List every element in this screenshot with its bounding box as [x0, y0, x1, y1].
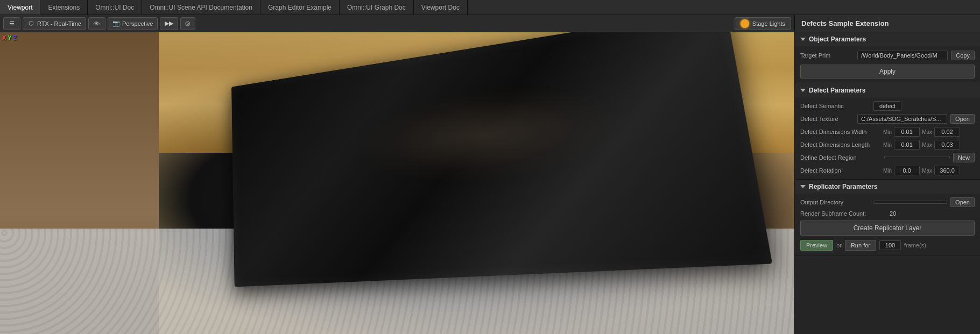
collapse-icon: [800, 38, 806, 41]
rotation-min-label: Min: [883, 168, 892, 174]
visibility-button[interactable]: 👁: [88, 17, 105, 30]
defect-texture-label: Defect Texture: [800, 116, 854, 122]
define-defect-region-row: Define Defect Region New: [795, 151, 980, 164]
defect-region-label: Define Defect Region: [800, 154, 881, 161]
render-subframe-row: Render Subframe Count: 20: [795, 209, 980, 218]
main-content: ☰ ⬡ RTX - Real-Time 👁 📷 Perspective ▶▶: [0, 15, 980, 334]
forward-icon: ▶▶: [165, 20, 173, 27]
render-subframe-label: Render Subframe Count:: [800, 210, 886, 217]
object-params-header[interactable]: Object Parameters: [795, 32, 980, 46]
dim-length-min-input[interactable]: 0.01: [894, 140, 920, 150]
tab-omni-scene-api[interactable]: Omni::UI Scene API Documentation: [142, 0, 260, 15]
run-for-button[interactable]: Run for: [845, 240, 876, 251]
object-parameters-section: Object Parameters Target Prim /World/Bod…: [795, 32, 980, 83]
tab-extensions[interactable]: Extensions: [40, 0, 88, 15]
car-reflection: [357, 73, 625, 192]
or-label: or: [836, 242, 842, 248]
dim-width-min-label: Min: [883, 129, 892, 135]
rotation-min-input[interactable]: 0.0: [894, 166, 920, 175]
eye-icon: 👁: [93, 20, 101, 27]
defect-semantic-value[interactable]: defect: [873, 101, 901, 111]
dim-width-max-input[interactable]: 0.02: [934, 127, 960, 137]
axis-label: X: [2, 34, 6, 41]
axis-coords: X Y Z: [2, 34, 17, 41]
settings-icon: ☰: [8, 20, 16, 27]
frames-label: frame(s): [904, 242, 926, 248]
defect-parameters-section: Defect Parameters Defect Semantic defect…: [795, 83, 980, 180]
texture-open-button[interactable]: Open: [950, 114, 975, 124]
axis-label-z: Z: [13, 34, 17, 41]
rotation-max-input[interactable]: 360.0: [934, 166, 960, 175]
rtx-icon: ⬡: [27, 20, 35, 27]
create-replicator-button[interactable]: Create Replicator Layer: [800, 221, 975, 236]
stage-lights-button[interactable]: Stage Lights: [735, 17, 791, 30]
camera-icon: 📷: [112, 20, 120, 27]
collapse-icon: [800, 89, 806, 92]
frames-input[interactable]: [879, 240, 901, 250]
right-panel: Defects Sample Extension Object Paramete…: [794, 15, 980, 334]
defect-dimensions-width-row: Defect Dimensions Width Min 0.01 Max 0.0…: [795, 125, 980, 138]
viewport-toolbar: ☰ ⬡ RTX - Real-Time 👁 📷 Perspective ▶▶: [0, 15, 794, 32]
preview-button[interactable]: Preview: [800, 240, 833, 251]
defect-rotation-label: Defect Rotation: [800, 167, 881, 174]
tab-bar: Viewport Extensions Omni::UI Doc Omni::U…: [0, 0, 980, 15]
dim-width-min-input[interactable]: 0.01: [894, 127, 920, 137]
tab-graph-editor[interactable]: Graph Editor Example: [260, 0, 340, 15]
rtx-realtime-button[interactable]: ⬡ RTX - Real-Time: [23, 17, 86, 30]
dim-width-max-label: Max: [922, 129, 932, 135]
output-directory-row: Output Directory Open: [795, 196, 980, 209]
record-button[interactable]: ◎: [180, 17, 195, 30]
defect-semantic-row: Defect Semantic defect: [795, 100, 980, 112]
target-prim-row: Target Prim /World/Body_Panels/Good/M Co…: [795, 48, 980, 62]
record-icon: ◎: [185, 20, 191, 27]
output-dir-label: Output Directory: [800, 199, 870, 205]
replicator-params-header[interactable]: Replicator Parameters: [795, 180, 980, 194]
defect-params-body: Defect Semantic defect Defect Texture C:…: [795, 97, 980, 179]
apply-container: Apply: [795, 62, 980, 81]
defect-semantic-label: Defect Semantic: [800, 103, 870, 109]
target-prim-value[interactable]: /World/Body_Panels/Good/M: [857, 51, 948, 60]
dim-length-label: Defect Dimensions Length: [800, 141, 881, 148]
region-new-button[interactable]: New: [953, 153, 975, 162]
perspective-button[interactable]: 📷 Perspective: [108, 17, 158, 30]
dim-width-label: Defect Dimensions Width: [800, 129, 881, 135]
viewport-background: X Y Z: [0, 32, 794, 334]
defect-texture-path[interactable]: C:/Assets/SDG_Scratches/S...: [857, 114, 947, 124]
defect-params-header[interactable]: Defect Parameters: [795, 83, 980, 97]
dim-length-max-label: Max: [922, 142, 932, 148]
viewport-area: ☰ ⬡ RTX - Real-Time 👁 📷 Perspective ▶▶: [0, 15, 794, 334]
tab-omni-ui-doc[interactable]: Omni::UI Doc: [88, 0, 142, 15]
defect-dimensions-length-row: Defect Dimensions Length Min 0.01 Max 0.…: [795, 138, 980, 151]
panel-title: Defects Sample Extension: [795, 15, 980, 32]
dim-length-min-label: Min: [883, 142, 892, 148]
object-params-body: Target Prim /World/Body_Panels/Good/M Co…: [795, 46, 980, 83]
navigate-forward-button[interactable]: ▶▶: [160, 17, 178, 30]
output-dir-input[interactable]: [873, 201, 947, 204]
axis-label-y: Y: [8, 34, 11, 41]
rotation-max-label: Max: [922, 168, 932, 174]
defect-texture-row: Defect Texture C:/Assets/SDG_Scratches/S…: [795, 112, 980, 125]
replicator-params-body: Output Directory Open Render Subframe Co…: [795, 194, 980, 255]
render-subframe-value: 20: [890, 210, 896, 217]
copy-button[interactable]: Copy: [951, 51, 975, 60]
settings-button[interactable]: ☰: [3, 17, 20, 30]
replicator-parameters-section: Replicator Parameters Output Directory O…: [795, 180, 980, 255]
tab-omni-graph-doc[interactable]: Omni::UI Graph Doc: [340, 0, 414, 15]
collapse-icon: [800, 185, 806, 188]
tab-viewport-doc[interactable]: Viewport Doc: [414, 0, 468, 15]
preview-run-row: Preview or Run for frame(s): [795, 238, 980, 253]
dim-length-max-input[interactable]: 0.03: [934, 140, 960, 150]
viewport-canvas[interactable]: X Y Z: [0, 32, 794, 334]
sun-icon: [741, 19, 749, 28]
output-open-button[interactable]: Open: [950, 197, 975, 207]
tab-viewport[interactable]: Viewport: [0, 0, 40, 15]
defect-region-input[interactable]: [884, 156, 950, 159]
defect-rotation-row: Defect Rotation Min 0.0 Max 360.0: [795, 164, 980, 177]
apply-button[interactable]: Apply: [800, 65, 975, 79]
target-prim-label: Target Prim: [800, 52, 854, 59]
